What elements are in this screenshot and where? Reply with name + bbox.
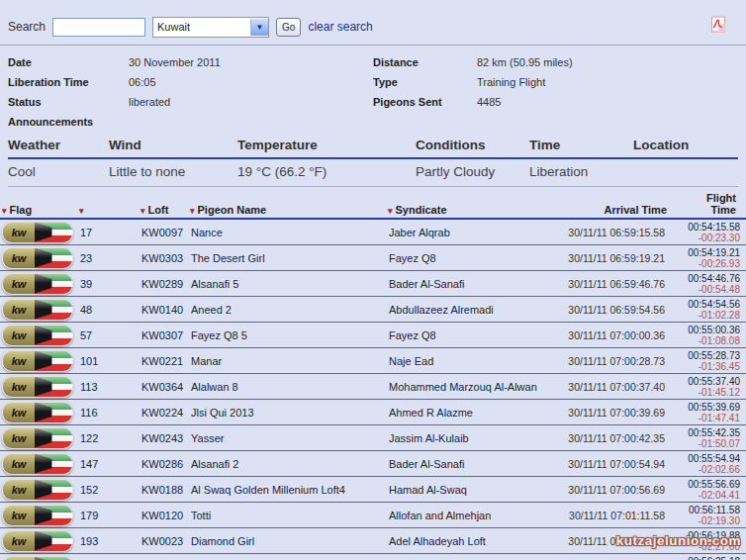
arrival-time-cell: 30/11/11 06:59:19.21 xyxy=(552,252,669,264)
flag-country-code: kw xyxy=(3,428,35,448)
table-row: kw 122 KW0243 Yasser Jassim Al-Kulaib 30… xyxy=(0,425,746,451)
flight-time-diff: -00:26.93 xyxy=(669,258,740,269)
flight-time-cell: 00:56:25.18 -02:32.90 xyxy=(669,556,746,560)
flight-time-value: 00:54:15.58 xyxy=(669,222,740,233)
flight-time-value: 00:55:39.69 xyxy=(669,402,740,413)
flight-time-header-label: Flight Time xyxy=(699,192,742,216)
kuwait-flag-icon: kw xyxy=(2,247,73,269)
flight-time-diff: -01:47.41 xyxy=(669,413,740,423)
race-details-right: Distance 82 km (50.95 miles) Type Traini… xyxy=(373,55,738,135)
flag-stripes xyxy=(35,377,72,397)
column-header-position[interactable]: ▾ xyxy=(79,204,140,216)
syndicate-cell: Bader Al-Sanafi xyxy=(386,278,552,290)
sort-flag-icon[interactable]: ▾ xyxy=(2,206,7,216)
kuwait-flag-icon: kw xyxy=(2,453,73,475)
sort-position-icon[interactable]: ▾ xyxy=(79,206,84,216)
flag-cell: kw xyxy=(0,505,77,526)
chevron-down-icon: ▼ xyxy=(250,19,268,36)
status-value: liberated xyxy=(129,95,373,115)
flag-stripes xyxy=(35,403,72,422)
flag-cell: kw xyxy=(0,273,77,295)
flight-time-value: 00:55:56.69 xyxy=(669,479,740,490)
syndicate-header-label: Syndicate xyxy=(396,204,447,216)
table-row: kw 179 KW0120 Totti Allofan and Almehjan… xyxy=(0,503,746,528)
loft-header-label: Loft xyxy=(148,204,169,216)
position-cell: 23 xyxy=(77,252,139,264)
temperature-col-header: Temperature xyxy=(237,138,416,152)
flag-cell: kw xyxy=(0,556,77,560)
flight-time-cell: 00:55:28.73 -01:36.45 xyxy=(669,350,746,372)
loft-cell: KW0224 xyxy=(139,407,188,419)
flag-cell: kw xyxy=(0,376,77,398)
flag-cell: kw xyxy=(0,299,77,321)
kuwait-flag-icon: kw xyxy=(2,479,73,501)
results-header: ▾Flag ▾ ▾Loft ▾Pigeon Name ▾Syndicate Ar… xyxy=(0,190,746,220)
column-header-pigeon-name[interactable]: ▾Pigeon Name xyxy=(190,204,388,216)
go-button[interactable]: Go xyxy=(276,18,301,37)
syndicate-cell: Abdullazeez Alremadi xyxy=(386,304,552,316)
conditions-value: Partly Cloudy xyxy=(416,164,529,179)
kuwait-flag-icon: kw xyxy=(2,299,73,321)
pigeon-name-cell: Diamond Girl xyxy=(188,535,386,547)
weather-section: Weather Wind Temperature Conditions Time… xyxy=(8,138,738,187)
table-row: kw 39 KW0289 Alsanafi 5 Bader Al-Sanafi … xyxy=(0,271,746,297)
pigeon-name-cell: Jlsi Qui 2013 xyxy=(188,407,386,419)
arrival-time-header-label: Arrival Time xyxy=(605,204,667,216)
loft-cell: KW0023 xyxy=(139,535,188,547)
column-header-arrival-time: Arrival Time xyxy=(554,204,671,216)
flight-time-cell: 00:55:56.69 -02:04.41 xyxy=(669,479,746,501)
sort-pigeon-name-icon[interactable]: ▾ xyxy=(190,206,195,216)
position-cell: 147 xyxy=(77,458,139,470)
column-header-loft[interactable]: ▾Loft xyxy=(140,204,190,216)
arrival-time-cell: 30/11/11 07:00:42.35 xyxy=(552,432,669,444)
table-row: kw 48 KW0140 Aneed 2 Abdullazeez Alremad… xyxy=(0,297,746,323)
flight-time-value: 00:54:19.21 xyxy=(669,247,740,258)
clear-search-link[interactable]: clear search xyxy=(308,20,372,34)
table-row: kw 202 KW0162 Eid Almshehany 3 Saad Alqa… xyxy=(0,554,746,560)
wind-col-header: Wind xyxy=(109,138,237,152)
flag-cell: kw xyxy=(0,402,77,423)
arrival-time-cell: 30/11/11 07:00:54.94 xyxy=(552,458,669,470)
location-col-header: Location xyxy=(633,138,738,152)
arrival-time-cell: 30/11/11 07:00:56.69 xyxy=(552,484,669,496)
syndicate-cell: Allofan and Almehjan xyxy=(386,510,552,521)
loft-cell: KW0286 xyxy=(139,458,188,470)
flight-time-diff: -02:19.30 xyxy=(669,515,740,526)
announcements-value xyxy=(129,115,373,135)
syndicate-cell: Ahmed R Alazme xyxy=(386,407,552,419)
type-label: Type xyxy=(373,75,477,95)
sort-syndicate-icon[interactable]: ▾ xyxy=(388,206,393,216)
pigeon-name-cell: Fayez Q8 5 xyxy=(188,329,386,341)
arrival-time-cell: 30/11/11 06:59:15.58 xyxy=(552,227,669,238)
kuwait-flag-icon: kw xyxy=(2,427,73,449)
pdf-export-icon[interactable] xyxy=(710,16,726,33)
position-cell: 179 xyxy=(77,510,139,521)
flight-time-value: 00:56:11.58 xyxy=(669,505,740,515)
liberation-time-value: 06:05 xyxy=(129,75,373,95)
flag-cell: kw xyxy=(0,350,77,372)
position-cell: 101 xyxy=(77,355,139,367)
flag-stripes xyxy=(35,557,72,560)
loft-cell: KW0303 xyxy=(139,252,188,264)
flag-cell: kw xyxy=(0,530,77,552)
pigeon-name-cell: Al Swaq Golden Millenium Loft4 xyxy=(188,484,386,496)
flag-stripes xyxy=(35,248,72,268)
announcements-label: Announcements xyxy=(8,115,129,135)
table-row: kw 116 KW0224 Jlsi Qui 2013 Ahmed R Alaz… xyxy=(0,400,746,425)
column-header-flag[interactable]: ▾Flag xyxy=(2,204,79,216)
kuwait-flag-icon: kw xyxy=(2,350,73,372)
country-select[interactable]: Kuwait ▼ xyxy=(152,17,269,38)
column-header-syndicate[interactable]: ▾Syndicate xyxy=(388,204,554,216)
race-results-page: Search Kuwait ▼ Go clear search Date 30 … xyxy=(0,0,746,560)
flight-time-diff: -00:54.48 xyxy=(669,284,740,295)
sort-loft-icon[interactable]: ▾ xyxy=(140,206,145,216)
loft-cell: KW0140 xyxy=(139,304,188,316)
flag-header-label: Flag xyxy=(10,204,33,216)
temperature-value: 19 °C (66.2 °F) xyxy=(237,164,416,179)
pigeon-name-cell: Alsanafi 2 xyxy=(188,458,386,470)
arrival-time-cell: 30/11/11 07:00:28.73 xyxy=(552,355,669,367)
flag-stripes xyxy=(35,531,72,551)
syndicate-cell: Bader Al-Sanafi xyxy=(386,458,552,470)
table-row: kw 23 KW0303 The Desert Girl Fayez Q8 30… xyxy=(0,245,746,271)
search-input[interactable] xyxy=(52,18,145,37)
